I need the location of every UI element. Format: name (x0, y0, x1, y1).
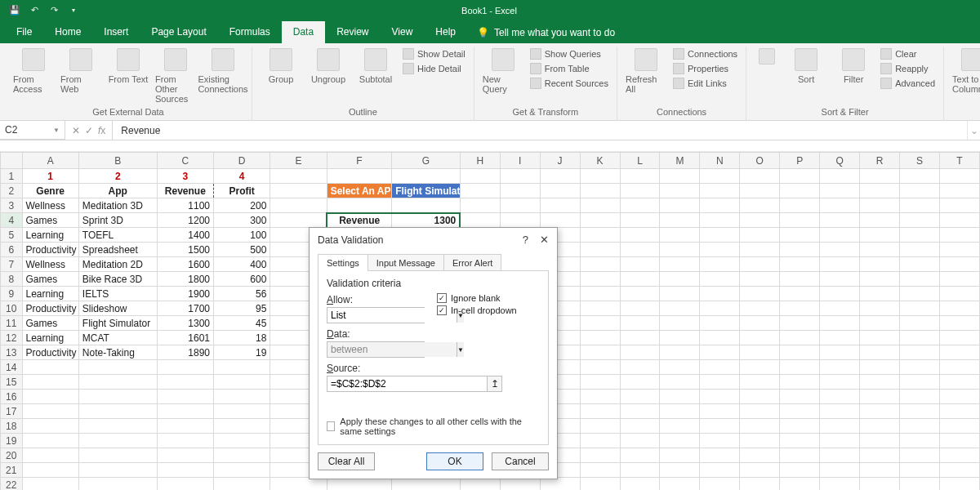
btn-sort-az[interactable] (755, 48, 779, 65)
cell[interactable] (22, 404, 78, 419)
cell[interactable] (620, 375, 660, 390)
cell[interactable] (270, 213, 327, 228)
dialog-tab-input-message[interactable]: Input Message (368, 254, 444, 271)
qat-dropdown-icon[interactable]: ▾ (65, 3, 82, 18)
cell[interactable] (700, 316, 740, 331)
cell[interactable]: App (78, 184, 157, 198)
cell[interactable]: 19 (213, 345, 270, 360)
cell[interactable] (780, 213, 820, 228)
cell[interactable] (700, 390, 740, 404)
cell[interactable]: 400 (213, 257, 270, 272)
cell[interactable] (620, 434, 660, 448)
row-header[interactable]: 4 (1, 213, 23, 228)
row-header[interactable]: 12 (1, 331, 23, 345)
cell[interactable]: 1900 (157, 287, 213, 301)
fx-icon[interactable]: fx (98, 125, 105, 136)
btn-new-query[interactable]: New Query (483, 48, 523, 94)
row-header[interactable]: 14 (1, 360, 23, 375)
help-icon[interactable]: ? (523, 234, 528, 246)
cell[interactable]: 45 (213, 316, 270, 331)
cell[interactable] (740, 257, 780, 272)
cell[interactable] (740, 345, 780, 360)
cell[interactable] (900, 331, 940, 345)
col-header[interactable]: J (540, 153, 580, 169)
row-header[interactable]: 20 (1, 448, 23, 463)
formula-bar[interactable]: Revenue (113, 121, 967, 140)
cell[interactable] (500, 198, 540, 213)
cell[interactable] (660, 419, 700, 434)
cell[interactable] (22, 434, 78, 448)
cell[interactable] (900, 228, 940, 243)
btn-ungroup[interactable]: Ungroup (308, 48, 349, 84)
cell[interactable] (580, 243, 620, 257)
btn-text-to-columns[interactable]: Text to Columns (952, 48, 980, 94)
cell[interactable] (580, 228, 620, 243)
cell[interactable] (860, 243, 900, 257)
btn-from-other-sources[interactable]: From Other Sources (155, 48, 196, 104)
cell[interactable] (780, 331, 820, 345)
cell[interactable] (540, 169, 580, 184)
row-header[interactable]: 19 (1, 434, 23, 448)
cell[interactable]: Revenue (157, 184, 213, 198)
clear-all-button[interactable]: Clear All (318, 452, 375, 470)
cell[interactable]: 500 (213, 243, 270, 257)
cell[interactable] (660, 213, 700, 228)
cell[interactable] (460, 213, 500, 228)
cell[interactable] (740, 375, 780, 390)
col-header[interactable]: N (700, 153, 740, 169)
cell[interactable]: Bike Race 3D (78, 272, 157, 287)
cell[interactable] (660, 198, 700, 213)
cell[interactable] (660, 301, 700, 316)
cell[interactable] (22, 375, 78, 390)
cell[interactable] (540, 184, 580, 198)
cell[interactable]: Games (22, 213, 78, 228)
cell[interactable] (78, 390, 157, 404)
ignore-blank-checkbox[interactable]: ✓ Ignore blank (437, 293, 517, 303)
tab-formulas[interactable]: Formulas (218, 21, 282, 43)
cell[interactable] (460, 198, 500, 213)
cell[interactable] (740, 213, 780, 228)
col-header[interactable]: B (78, 153, 157, 169)
cell[interactable] (620, 287, 660, 301)
btn-subtotal[interactable]: Subtotal (355, 48, 396, 84)
cell[interactable] (22, 448, 78, 463)
btn-properties[interactable]: Properties (673, 63, 737, 74)
cell[interactable] (700, 434, 740, 448)
cell[interactable] (580, 331, 620, 345)
cell[interactable] (820, 404, 860, 419)
cell[interactable]: Productivity (22, 345, 78, 360)
cell[interactable] (700, 213, 740, 228)
cell[interactable] (700, 404, 740, 419)
cell[interactable] (940, 331, 980, 345)
cell[interactable] (660, 243, 700, 257)
cell[interactable] (660, 331, 700, 345)
cell[interactable]: 2 (78, 169, 157, 184)
cell[interactable] (900, 316, 940, 331)
col-header[interactable]: L (620, 153, 660, 169)
cell[interactable] (860, 375, 900, 390)
cell[interactable] (860, 169, 900, 184)
save-icon[interactable]: 💾 (7, 3, 23, 18)
cell[interactable] (740, 301, 780, 316)
cell[interactable] (740, 390, 780, 404)
cell[interactable] (780, 228, 820, 243)
cell[interactable] (900, 287, 940, 301)
btn-filter[interactable]: Filter (833, 48, 874, 84)
cell[interactable]: Productivity (22, 301, 78, 316)
cell[interactable]: Productivity (22, 243, 78, 257)
cell[interactable] (740, 419, 780, 434)
cell[interactable] (213, 448, 270, 463)
cell[interactable]: 18 (213, 331, 270, 345)
cell[interactable] (540, 213, 580, 228)
incell-dropdown-checkbox[interactable]: ✓ In-cell dropdown (437, 305, 517, 315)
cell[interactable] (780, 419, 820, 434)
cell[interactable] (780, 448, 820, 463)
col-header[interactable]: S (900, 153, 940, 169)
cell[interactable] (620, 390, 660, 404)
cell[interactable] (660, 272, 700, 287)
cell[interactable]: 1601 (157, 331, 213, 345)
cell[interactable]: 1 (22, 169, 78, 184)
cell[interactable] (700, 463, 740, 478)
row-header[interactable]: 8 (1, 272, 23, 287)
cell[interactable]: Genre (22, 184, 78, 198)
